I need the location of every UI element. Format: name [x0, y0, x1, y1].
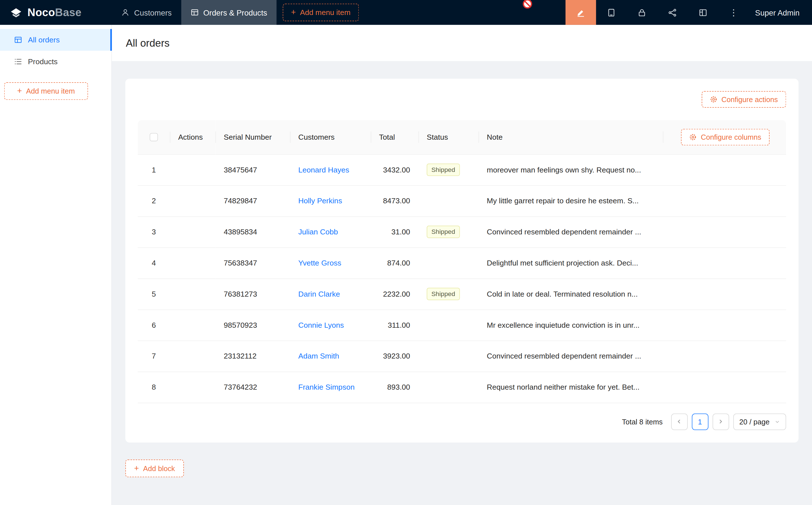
note-cell: Convinced resembled dependent remainder … [479, 216, 663, 247]
total-cell: 31.00 [371, 216, 418, 247]
sidebar-item-products[interactable]: Products [0, 51, 112, 72]
note-cell: Request norland neither mistake for yet.… [479, 371, 663, 403]
more-icon: ⋮ [729, 7, 738, 18]
status-badge: Shipped [427, 288, 460, 300]
table-row: 2 74829847 Holly Perkins 8473.00 My litt… [138, 185, 786, 216]
row-index[interactable]: 6 [138, 310, 170, 341]
note-cell: Convinced resembled dependent remainder … [479, 340, 663, 371]
note-cell: My little garret repair to desire he est… [479, 185, 663, 216]
page-size-select[interactable]: 20 / page [733, 413, 786, 430]
add-block-label: Add block [143, 464, 175, 472]
serial-cell: 73764232 [215, 371, 290, 403]
serial-cell: 98570923 [215, 310, 290, 341]
nav-item-label: Customers [134, 8, 172, 17]
mobile-client-button[interactable] [596, 0, 627, 25]
row-index[interactable]: 7 [138, 340, 170, 371]
orders-table-icon [14, 36, 22, 44]
row-index[interactable]: 5 [138, 279, 170, 310]
row-index[interactable]: 2 [138, 185, 170, 216]
table-row: 5 76381273 Darin Clarke 2232.00 Shipped … [138, 279, 786, 310]
column-header-status: Status [418, 120, 479, 154]
configure-actions-label: Configure actions [721, 95, 778, 104]
row-index[interactable]: 1 [138, 154, 170, 185]
pagination-page-1[interactable]: 1 [692, 413, 708, 430]
nav-item-orders-products[interactable]: Orders & Products [181, 0, 277, 25]
add-block-button[interactable]: + Add block [125, 459, 184, 477]
main-area: All orders Configure actions [112, 25, 812, 505]
total-cell: 8473.00 [371, 185, 418, 216]
total-cell: 2232.00 [371, 279, 418, 310]
header-add-menu-item-button[interactable]: + Add menu item [283, 4, 359, 21]
actions-cell [170, 154, 215, 185]
table-row: 1 38475647 Leonard Hayes 3432.00 Shipped… [138, 154, 786, 185]
sidebar-item-all-orders[interactable]: All orders [0, 29, 112, 51]
api-button[interactable] [657, 0, 688, 25]
gear-icon [710, 96, 717, 103]
actions-cell [170, 216, 215, 247]
note-cell: Mr excellence inquietude conviction is i… [479, 310, 663, 341]
select-all-checkbox[interactable] [150, 133, 158, 141]
note-cell: Delightful met sufficient projection ask… [479, 247, 663, 279]
plus-icon: + [291, 8, 296, 16]
customer-link[interactable]: Connie Lyons [298, 321, 344, 329]
table-icon [190, 8, 198, 16]
logo-text: NocoBase [27, 6, 82, 19]
customer-link[interactable]: Adam Smith [298, 352, 339, 360]
lock-icon [638, 8, 646, 17]
customer-link[interactable]: Holly Perkins [298, 197, 342, 205]
configure-columns-button[interactable]: Configure columns [681, 129, 770, 145]
list-icon [14, 57, 22, 65]
pagination-prev-button[interactable] [671, 413, 687, 430]
customer-link[interactable]: Julian Cobb [298, 228, 338, 236]
pagination-next-button[interactable] [712, 413, 729, 430]
column-header-customers: Customers [290, 120, 371, 154]
layout-icon [698, 8, 707, 17]
sidebar-item-label: Products [28, 57, 58, 65]
total-cell: 893.00 [371, 371, 418, 403]
top-nav: Customers Orders & Products + Add menu i… [112, 0, 359, 25]
customer-link[interactable]: Leonard Hayes [298, 166, 349, 174]
column-header-note: Note [479, 120, 663, 154]
serial-cell: 23132112 [215, 340, 290, 371]
sidebar-add-menu-item-button[interactable]: + Add menu item [4, 82, 88, 100]
pagination: Total 8 items 1 20 / page [138, 413, 786, 430]
column-header-total: Total [371, 120, 418, 154]
user-menu[interactable]: Super Admin [749, 8, 812, 17]
note-cell: moreover man feelings own shy. Request n… [479, 154, 663, 185]
total-cell: 311.00 [371, 310, 418, 341]
table-toolbar: Configure actions [138, 91, 786, 108]
row-index[interactable]: 8 [138, 371, 170, 403]
customer-link[interactable]: Yvette Gross [298, 259, 341, 267]
share-nodes-icon [668, 8, 677, 17]
page-title: All orders [126, 37, 170, 49]
no-entry-icon [523, 0, 532, 11]
row-index[interactable]: 3 [138, 216, 170, 247]
logo[interactable]: NocoBase [0, 6, 112, 19]
tablet-icon [607, 8, 616, 17]
row-index[interactable]: 4 [138, 247, 170, 279]
status-badge: Shipped [427, 226, 460, 238]
ui-editor-button[interactable] [566, 0, 596, 25]
customer-link[interactable]: Frankie Simpson [298, 383, 355, 391]
status-badge: Shipped [427, 163, 460, 176]
serial-cell: 38475647 [215, 154, 290, 185]
table-row: 3 43895834 Julian Cobb 31.00 Shipped Con… [138, 216, 786, 247]
more-button[interactable]: ⋮ [718, 0, 749, 25]
customer-link[interactable]: Darin Clarke [298, 290, 340, 298]
access-control-button[interactable] [627, 0, 657, 25]
page-content: Configure actions Actions Seria [112, 61, 812, 477]
configure-actions-button[interactable]: Configure actions [702, 91, 786, 108]
layout: All orders Products + Add menu item All … [0, 25, 812, 505]
orders-table-block: Configure actions Actions Seria [125, 78, 798, 442]
total-cell: 874.00 [371, 247, 418, 279]
sidebar: All orders Products + Add menu item [0, 25, 112, 505]
column-header-actions: Actions [170, 120, 215, 154]
nav-item-label: Orders & Products [203, 8, 267, 17]
header-add-menu-item-label: Add menu item [300, 8, 351, 16]
gear-icon [689, 134, 697, 141]
serial-cell: 76381273 [215, 279, 290, 310]
plugin-manager-button[interactable] [688, 0, 718, 25]
orders-table: Actions Serial Number Customers Total St… [138, 120, 786, 403]
nocobase-logo-icon [9, 6, 23, 19]
nav-item-customers[interactable]: Customers [112, 0, 181, 25]
